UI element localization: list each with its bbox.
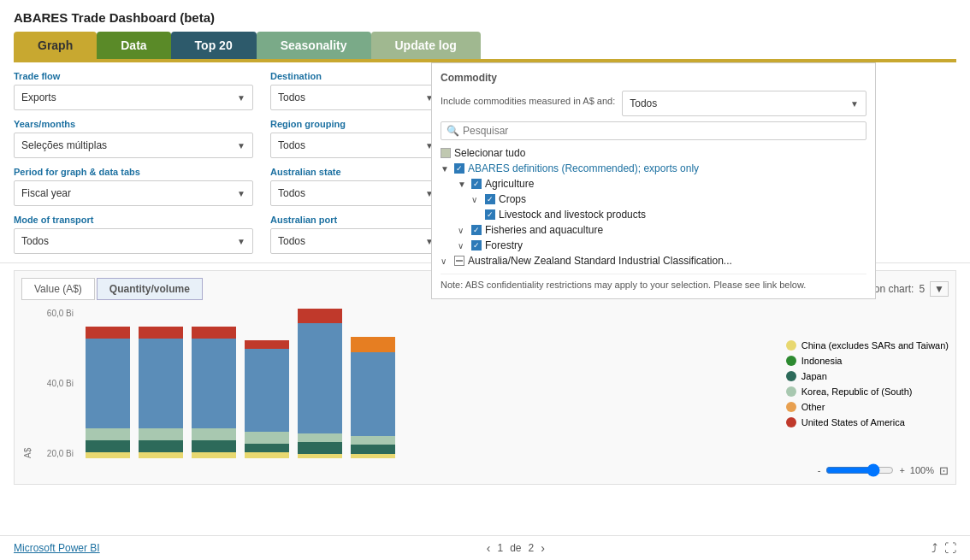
- legend-label-usa: United States of America: [801, 417, 905, 427]
- tab-data[interactable]: Data: [97, 32, 170, 59]
- tab-top20[interactable]: Top 20: [171, 32, 257, 59]
- commodity-note: Note: ABS confidentiality restrictions m…: [441, 274, 866, 290]
- zoom-plus[interactable]: +: [899, 465, 904, 475]
- chart-content: A$ 60,0 Bi 40,0 Bi 20,0 Bi: [21, 309, 949, 458]
- commodity-dropdown-arrow: ▼: [850, 99, 859, 109]
- commodity-search-input[interactable]: [463, 125, 861, 137]
- chart-tab-quantity[interactable]: Quantity/volume: [97, 278, 203, 300]
- tab-seasonality[interactable]: Seasonality: [257, 32, 371, 59]
- commodity-dropdown[interactable]: Todos ▼: [622, 91, 866, 116]
- destinations-dropdown-arrow[interactable]: ▼: [930, 281, 949, 297]
- tree-item-crops[interactable]: ∨ ✓ Crops: [441, 192, 866, 207]
- zoom-fit-icon[interactable]: ⊡: [939, 464, 949, 477]
- livestock-checkbox[interactable]: ✓: [485, 209, 495, 220]
- years-months-label: Years/months: [14, 119, 253, 129]
- region-grouping-label: Region grouping: [270, 119, 441, 129]
- agriculture-checkbox[interactable]: ✓: [471, 179, 482, 189]
- period-label: Period for graph & data tabs: [14, 167, 253, 177]
- tree-item-forestry[interactable]: ∨ ✓ Forestry: [441, 238, 866, 253]
- destination-select[interactable]: Todos ▼: [270, 85, 441, 110]
- share-icon[interactable]: ⤴: [932, 541, 937, 555]
- legend-label-japan: Japan: [801, 371, 827, 381]
- tree-item-select-all[interactable]: Selecionar tudo: [441, 145, 866, 161]
- anzsic-expand-icon[interactable]: ∨: [441, 256, 451, 266]
- trade-flow-select[interactable]: Exports ▼: [14, 85, 253, 110]
- mode-transport-arrow: ▼: [237, 237, 245, 246]
- australian-state-label: Australian state: [270, 167, 441, 177]
- crops-expand-icon[interactable]: ∨: [471, 195, 482, 204]
- fisheries-checkbox[interactable]: ✓: [471, 225, 482, 235]
- bar-group-2: [139, 309, 183, 458]
- footer: Microsoft Power BI ‹ 1 de 2 › ⤴ ⛶: [0, 535, 970, 560]
- tree-label-forestry: Forestry: [485, 239, 523, 251]
- abares-expand-icon[interactable]: ▼: [441, 164, 451, 174]
- y-label-60: 60,0 Bi: [33, 309, 74, 318]
- forestry-checkbox[interactable]: ✓: [471, 240, 482, 251]
- legend-label-korea: Korea, Republic of (South): [801, 386, 913, 397]
- tree-label-fisheries: Fisheries and aquaculture: [485, 224, 603, 236]
- tree-label-abares: ABARES definitions (Recommended); export…: [468, 162, 699, 174]
- australian-port-select[interactable]: Todos ▼: [270, 228, 441, 254]
- control-col-2: Destination Todos ▼ Region grouping Todo…: [270, 71, 458, 254]
- commodity-header-row: Commodity: [441, 72, 866, 87]
- tree-item-livestock[interactable]: ∨ ✓ Livestock and livestock products: [441, 207, 866, 222]
- page-prev-icon[interactable]: ‹: [487, 541, 491, 555]
- legend-dot-indonesia: [786, 356, 796, 366]
- chart-area: Value (A$) Quantity/volume Destinations …: [14, 270, 956, 485]
- anzsic-checkbox[interactable]: [454, 256, 464, 266]
- zoom-minus[interactable]: -: [818, 465, 821, 475]
- bar-group-5: [298, 309, 342, 458]
- commodity-search-box[interactable]: 🔍: [441, 121, 866, 140]
- tree-item-anzsic[interactable]: ∨ Australia/New Zealand Standard Industr…: [441, 253, 866, 268]
- legend-item-japan: Japan: [786, 371, 949, 381]
- destinations-value: 5: [919, 283, 925, 295]
- tree-item-fisheries[interactable]: ∨ ✓ Fisheries and aquaculture: [441, 222, 866, 238]
- tab-updatelog[interactable]: Update log: [371, 32, 481, 59]
- legend-item-other: Other: [786, 402, 949, 412]
- tree-item-abares[interactable]: ▼ ✓ ABARES definitions (Recommended); ex…: [441, 161, 866, 176]
- crops-checkbox[interactable]: ✓: [485, 194, 495, 204]
- app-container: ABARES Trade Dashboard (beta) Graph Data…: [0, 0, 970, 560]
- fullscreen-icon[interactable]: ⛶: [944, 541, 956, 555]
- legend-dot-china: [786, 340, 796, 351]
- legend-label-china: China (excludes SARs and Taiwan): [801, 340, 949, 351]
- years-months-select[interactable]: Seleções múltiplas ▼: [14, 133, 253, 158]
- tree-item-agriculture[interactable]: ▼ ✓ Agriculture: [441, 176, 866, 192]
- tree-label-anzsic: Australia/New Zealand Standard Industria…: [468, 255, 732, 267]
- legend-item-korea: Korea, Republic of (South): [786, 386, 949, 397]
- y-label-20: 20,0 Bi: [33, 449, 74, 458]
- abares-checkbox[interactable]: ✓: [454, 163, 464, 174]
- page-next-icon[interactable]: ›: [541, 541, 545, 555]
- search-icon: 🔍: [447, 125, 459, 137]
- australian-port-label: Australian port: [270, 215, 441, 225]
- bar-group-1: [86, 309, 130, 458]
- commodity-sub-label: Include commodities measured in A$ and:: [441, 96, 615, 106]
- mode-transport-select[interactable]: Todos ▼: [14, 228, 253, 254]
- tab-graph[interactable]: Graph: [14, 32, 97, 59]
- chart-tab-value[interactable]: Value (A$): [21, 278, 95, 300]
- period-arrow: ▼: [237, 189, 245, 198]
- page-current: 1: [497, 542, 503, 554]
- legend-label-indonesia: Indonesia: [801, 356, 843, 366]
- powerbi-link[interactable]: Microsoft Power BI: [14, 542, 100, 554]
- period-select[interactable]: Fiscal year ▼: [14, 180, 253, 206]
- y-labels: 60,0 Bi 40,0 Bi 20,0 Bi: [33, 309, 77, 458]
- legend-item-china: China (excludes SARs and Taiwan): [786, 340, 949, 351]
- controls-area: Trade flow Exports ▼ Years/months Seleçõ…: [0, 62, 970, 263]
- commodity-sub-row: Include commodities measured in A$ and: …: [441, 91, 866, 116]
- trade-flow-arrow: ▼: [237, 93, 245, 103]
- forestry-expand-icon[interactable]: ∨: [458, 241, 468, 251]
- tree-label-agriculture: Agriculture: [485, 178, 534, 190]
- footer-icons: ⤴ ⛶: [932, 541, 956, 555]
- legend-dot-korea: [786, 386, 796, 397]
- y-label-40: 40,0 Bi: [33, 379, 74, 388]
- fisheries-expand-icon[interactable]: ∨: [458, 226, 468, 235]
- zoom-slider[interactable]: [825, 463, 894, 477]
- mode-transport-label: Mode of transport: [14, 215, 253, 225]
- region-grouping-select[interactable]: Todos ▼: [270, 133, 441, 158]
- agriculture-expand-icon[interactable]: ▼: [458, 180, 468, 189]
- footer-nav: ‹ 1 de 2 ›: [487, 541, 545, 555]
- destination-label: Destination: [270, 71, 441, 81]
- australian-state-select[interactable]: Todos ▼: [270, 180, 441, 206]
- trade-flow-label: Trade flow: [14, 71, 253, 81]
